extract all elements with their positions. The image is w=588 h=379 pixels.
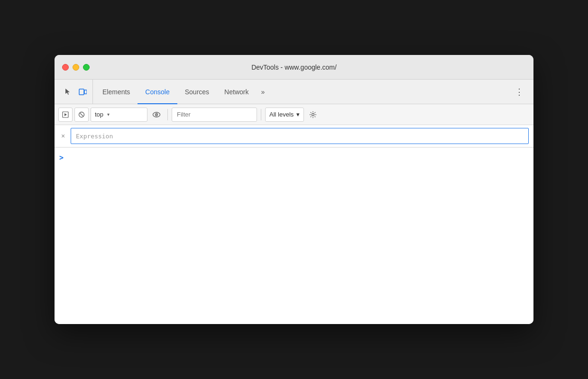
tab-sources[interactable]: Sources: [177, 80, 217, 104]
tab-network[interactable]: Network: [217, 80, 256, 104]
devtools-window: DevTools - www.google.com/ Elements Cons…: [55, 55, 533, 324]
svg-point-8: [156, 114, 157, 115]
title-bar: DevTools - www.google.com/: [55, 55, 533, 80]
close-button[interactable]: [62, 64, 69, 71]
context-arrow: ▾: [107, 112, 110, 117]
maximize-button[interactable]: [83, 64, 90, 71]
traffic-lights: [62, 64, 90, 71]
svg-rect-0: [79, 89, 84, 95]
watch-expression-button[interactable]: [149, 108, 164, 122]
run-script-button[interactable]: [58, 108, 73, 122]
console-area: × >: [55, 125, 533, 324]
context-selector[interactable]: top ▾: [91, 108, 147, 122]
svg-marker-3: [64, 113, 67, 116]
tab-elements[interactable]: Elements: [95, 80, 138, 104]
svg-rect-1: [84, 90, 87, 94]
inspect-element-icon[interactable]: [62, 86, 74, 98]
device-mode-icon[interactable]: [76, 86, 89, 98]
console-prompt-chevron: >: [59, 153, 64, 162]
console-prompt-area: >: [55, 147, 533, 168]
toolbar-divider-2: [261, 109, 261, 120]
svg-point-9: [312, 113, 314, 116]
filter-input[interactable]: [172, 108, 257, 122]
devtools-icons: [58, 80, 93, 104]
tab-spacer: [269, 80, 509, 104]
context-value: top: [95, 111, 103, 118]
console-settings-button[interactable]: [306, 108, 320, 122]
devtools-menu-button[interactable]: ⋮: [509, 80, 530, 104]
expression-input[interactable]: [71, 128, 529, 144]
levels-label: All levels: [269, 111, 294, 118]
expression-close-button[interactable]: ×: [59, 132, 67, 140]
minimize-button[interactable]: [73, 64, 79, 71]
window-title: DevTools - www.google.com/: [251, 63, 337, 71]
toolbar-divider-1: [167, 109, 168, 120]
log-levels-selector[interactable]: All levels ▾: [265, 108, 304, 122]
tab-bar: Elements Console Sources Network » ⋮: [55, 80, 533, 104]
console-toolbar: top ▾ All levels ▾: [55, 104, 533, 125]
levels-arrow: ▾: [296, 111, 300, 118]
svg-line-5: [80, 113, 83, 116]
tab-console[interactable]: Console: [138, 80, 177, 104]
tab-more-button[interactable]: »: [256, 80, 269, 104]
expression-row: ×: [55, 125, 533, 147]
clear-console-button[interactable]: [74, 108, 89, 122]
